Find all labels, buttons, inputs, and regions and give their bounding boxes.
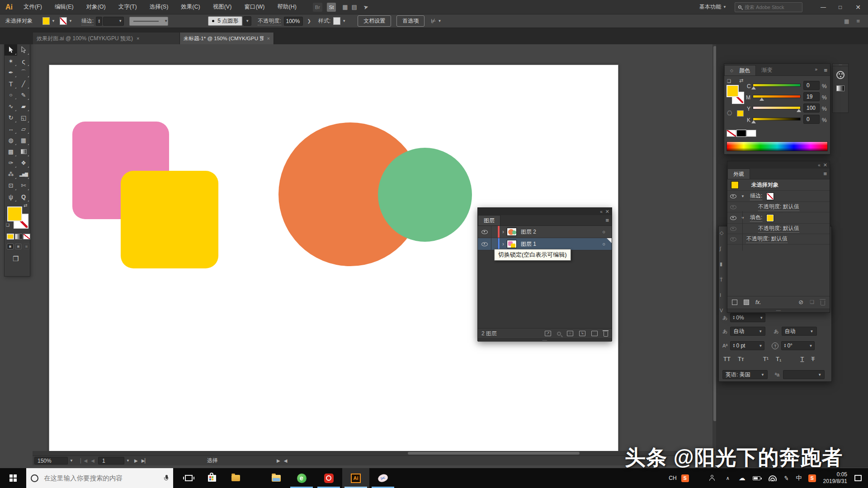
none-swatch[interactable]: [726, 130, 736, 137]
direct-selection-tool[interactable]: [17, 44, 30, 56]
green-circle[interactable]: [378, 148, 472, 242]
panel-menu-icon[interactable]: ≡: [823, 170, 827, 177]
draw-normal-button[interactable]: ◙: [7, 244, 14, 249]
people-icon[interactable]: [709, 475, 715, 481]
visibility-eye-icon[interactable]: [730, 216, 736, 220]
pinned-folder-button[interactable]: [224, 468, 247, 488]
small-caps-button[interactable]: Tᴛ: [738, 356, 744, 362]
scrollbar-thumb[interactable]: [408, 452, 580, 455]
stroke-none-swatch[interactable]: [767, 193, 774, 200]
hand-tool[interactable]: ψ: [5, 191, 17, 202]
panel-menu-icon[interactable]: ≡: [824, 67, 827, 74]
add-effect-icon[interactable]: fx.: [755, 299, 761, 305]
target-circle-icon[interactable]: ○: [602, 229, 605, 235]
shape-tool[interactable]: ○: [5, 90, 17, 100]
underline-button[interactable]: T: [800, 356, 804, 362]
zoom-level-value[interactable]: 150%: [34, 457, 68, 465]
start-button[interactable]: [0, 468, 26, 488]
document-canvas-area[interactable]: [0, 44, 722, 465]
opacity-expand-icon[interactable]: ❯: [307, 19, 311, 23]
prev-artboard-icon[interactable]: ◀: [91, 458, 94, 463]
free-transform-tool[interactable]: ▱: [17, 123, 30, 135]
locate-object-icon[interactable]: [557, 332, 561, 336]
opacity-label[interactable]: 不透明度:: [258, 17, 281, 25]
duplicate-swatch-icon[interactable]: ❏: [727, 79, 731, 84]
perspective-grid-tool[interactable]: ▦: [17, 135, 30, 146]
cyan-slider-handle[interactable]: [751, 86, 756, 89]
layers-tab[interactable]: 图层: [478, 215, 500, 225]
yellow-slider[interactable]: [753, 106, 801, 109]
zoom-dropdown-icon[interactable]: ▼: [70, 459, 73, 463]
first-artboard-icon[interactable]: ▏◀: [80, 458, 87, 463]
fill-proxy[interactable]: [7, 206, 22, 221]
close-button[interactable]: ✕: [848, 4, 868, 11]
artboard-tool[interactable]: ⊡: [5, 180, 17, 191]
black-swatch[interactable]: [736, 130, 746, 137]
collapse-panel-icon[interactable]: «: [818, 163, 821, 168]
fill-link[interactable]: 填色:: [750, 214, 762, 222]
layout-icon[interactable]: ▤: [352, 4, 357, 10]
brush-chevron[interactable]: ▼: [243, 16, 251, 26]
gradient-tool[interactable]: [17, 146, 30, 157]
menu-file[interactable]: 文件(F): [17, 0, 48, 14]
layer-row-2[interactable]: › 图层 2 ○: [478, 226, 612, 238]
yellow-rounded-rectangle[interactable]: [121, 171, 218, 268]
draw-inside-button[interactable]: ◙: [23, 244, 30, 249]
preferences-button[interactable]: 首选项: [396, 15, 425, 27]
yellow-value[interactable]: 100: [803, 103, 820, 113]
color-spectrum-bar[interactable]: [726, 141, 828, 151]
column-graph-tool[interactable]: ▂▅▇: [17, 169, 30, 180]
delete-item-icon[interactable]: [821, 300, 825, 305]
stock-search-box[interactable]: [735, 2, 802, 12]
swap-fill-stroke-icon[interactable]: ⇄: [739, 78, 743, 84]
taskbar-search-input[interactable]: [44, 474, 164, 482]
black-slider[interactable]: [753, 117, 801, 121]
aki-right-field[interactable]: 自动 ▼: [782, 327, 817, 336]
make-clipping-mask-icon[interactable]: ○: [567, 331, 573, 336]
status-collapse-icon[interactable]: ◀: [284, 458, 288, 463]
stroke-weight-value[interactable]: ▼: [103, 17, 124, 26]
arrange-documents-icon[interactable]: ▦: [342, 4, 348, 10]
black-slider-handle[interactable]: [751, 120, 756, 123]
magenta-value[interactable]: 19: [803, 92, 820, 101]
close-panel-icon[interactable]: ✕: [605, 209, 609, 215]
illustrator-taskbar-button[interactable]: Ai: [342, 468, 369, 488]
fill-yellow-swatch[interactable]: [767, 215, 774, 221]
file-explorer-button[interactable]: [264, 468, 288, 488]
paintbrush-tool[interactable]: ✎: [17, 89, 30, 101]
baseline-shift-field[interactable]: ▲▼ 0 pt ▼: [730, 341, 764, 350]
add-new-fill-icon[interactable]: [744, 300, 749, 305]
tab-close-icon[interactable]: ×: [267, 36, 270, 41]
cyan-slider[interactable]: [753, 84, 801, 87]
visibility-eye-icon[interactable]: [730, 194, 736, 198]
tracking-field[interactable]: ▲▼ 0% ▼: [730, 313, 765, 322]
language-field[interactable]: 英语: 美国 ▼: [722, 370, 768, 379]
eyedropper-tool[interactable]: ✑: [5, 157, 17, 169]
mesh-tool[interactable]: ▩: [5, 146, 17, 157]
zoom-tool[interactable]: Q: [17, 191, 30, 202]
aki-left-field[interactable]: 自动 ▼: [730, 327, 765, 336]
selection-tool[interactable]: [5, 44, 17, 56]
fill-color-dropdown[interactable]: ▼: [42, 17, 55, 25]
document-setup-button[interactable]: 文档设置: [358, 15, 391, 27]
tab-document-1[interactable]: 效果封面.ai @ 100% (CMYK/GPU 预览) ×: [33, 33, 180, 44]
hidden-icons-chevron[interactable]: ∧: [726, 475, 730, 481]
panel-grid-icon[interactable]: ▦: [844, 18, 849, 24]
menu-window[interactable]: 窗口(W): [238, 0, 271, 14]
workspace-switcher[interactable]: 基本功能 ▼: [699, 3, 726, 11]
cyan-value[interactable]: 0: [803, 81, 820, 90]
status-expand-icon[interactable]: ▶: [277, 458, 280, 463]
layer-name[interactable]: 图层 1: [521, 240, 536, 248]
opacity-link[interactable]: 不透明度: 默认值: [758, 225, 799, 233]
collect-for-export-icon[interactable]: ↗: [545, 331, 551, 336]
taskbar-search-box[interactable]: [26, 468, 173, 488]
stroke-swatch[interactable]: [60, 17, 67, 25]
shaper-tool[interactable]: ∿: [5, 101, 17, 112]
visibility-eye-icon[interactable]: [730, 227, 736, 231]
target-circle-icon[interactable]: ○: [602, 241, 605, 247]
anti-alias-field[interactable]: ▼: [783, 370, 825, 379]
all-caps-button[interactable]: TT: [723, 356, 731, 362]
layer-row-1-selected[interactable]: › 图层 1 ○: [478, 238, 612, 250]
screen-mode-icon[interactable]: ❐: [13, 255, 19, 263]
stroke-weight-label[interactable]: 描边:: [81, 17, 94, 25]
